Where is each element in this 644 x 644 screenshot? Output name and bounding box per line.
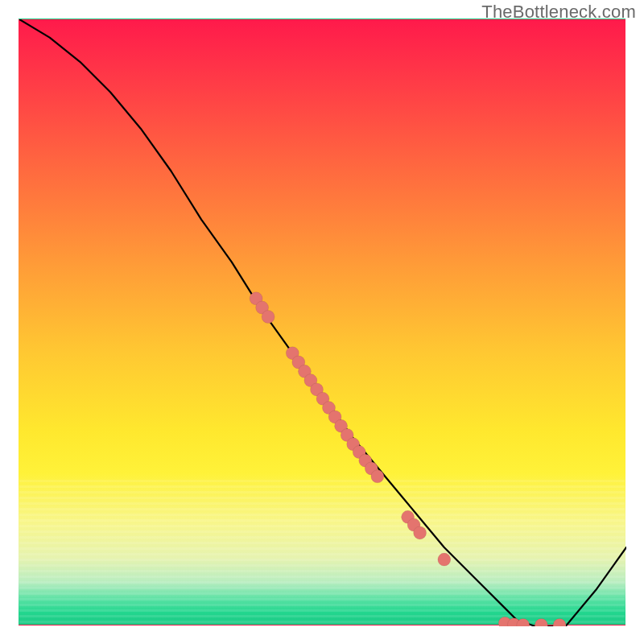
- scatter-dots: [250, 292, 566, 626]
- scatter-dot: [328, 411, 341, 423]
- chart-svg: [19, 19, 626, 626]
- scatter-dot: [262, 311, 275, 324]
- scatter-dot: [407, 518, 420, 531]
- scatter-dot: [517, 619, 530, 627]
- scatter-dot: [292, 356, 305, 369]
- chart-container: TheBottleneck.com: [0, 0, 644, 644]
- scatter-dot: [256, 301, 269, 314]
- scatter-dot: [341, 429, 353, 442]
- scatter-dot: [335, 419, 348, 432]
- scatter-dot: [250, 292, 262, 305]
- bottom-stripe-overlay: [19, 480, 625, 625]
- scatter-dot: [298, 365, 311, 378]
- scatter-dot: [286, 347, 299, 360]
- scatter-dot: [316, 392, 329, 405]
- scatter-dot: [365, 462, 378, 475]
- scatter-dot: [347, 438, 360, 451]
- scatter-dot: [508, 618, 521, 626]
- scatter-dot: [353, 446, 365, 459]
- plot-area: [19, 19, 625, 625]
- scatter-dot: [402, 510, 415, 523]
- scatter-dot: [535, 619, 547, 627]
- curve-line: [19, 19, 626, 626]
- scatter-dot: [359, 454, 372, 467]
- scatter-dot: [553, 619, 566, 627]
- scatter-dot: [498, 617, 511, 626]
- scatter-dot: [304, 374, 317, 387]
- scatter-dot: [438, 553, 451, 566]
- scatter-dot: [371, 470, 384, 483]
- scatter-dot: [311, 383, 324, 396]
- scatter-dot: [323, 402, 336, 415]
- scatter-dot: [414, 526, 427, 539]
